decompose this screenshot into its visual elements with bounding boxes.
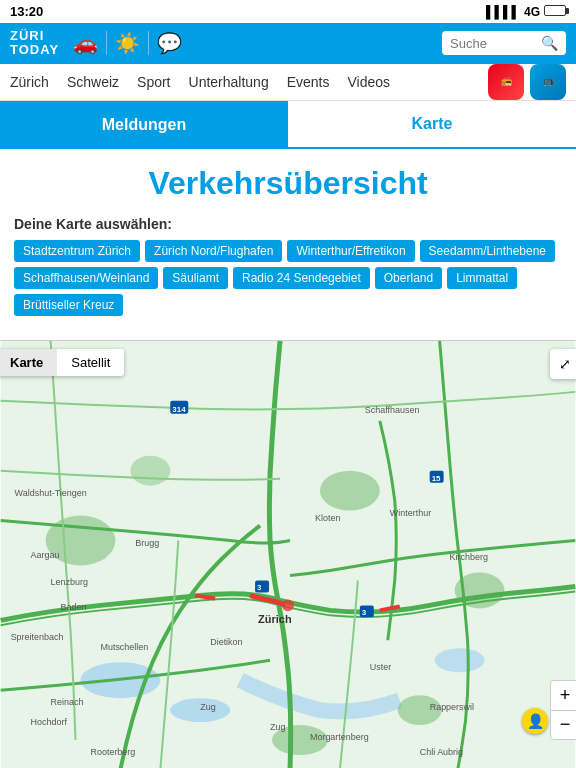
car-icon[interactable]: 🚗 xyxy=(73,31,98,55)
svg-text:3: 3 xyxy=(362,608,367,617)
filter-btn-9[interactable]: Brüttiseller Kreuz xyxy=(14,294,123,316)
logo-line1: ZÜRI xyxy=(10,29,59,43)
svg-point-3 xyxy=(435,648,485,672)
map-select-label: Deine Karte auswählen: xyxy=(14,216,562,232)
nav-item-schweiz[interactable]: Schweiz xyxy=(67,64,119,100)
svg-text:Dietikon: Dietikon xyxy=(210,637,242,647)
map-expand-button[interactable]: ⤢ xyxy=(550,349,576,379)
divider2 xyxy=(148,31,149,55)
status-icons: ▌▌▌▌ 4G xyxy=(486,5,566,19)
filter-btn-5[interactable]: Säuliamt xyxy=(163,267,228,289)
tab-karte[interactable]: Karte xyxy=(288,101,576,149)
svg-text:Rapperswil: Rapperswil xyxy=(430,702,474,712)
map-container[interactable]: Karte Satellit ⤢ xyxy=(0,340,576,768)
svg-text:Aargau: Aargau xyxy=(31,550,60,560)
time: 13:20 xyxy=(10,4,43,19)
svg-text:3: 3 xyxy=(257,583,262,592)
tab-bar: Meldungen Karte xyxy=(0,101,576,149)
svg-text:Reinach: Reinach xyxy=(51,697,84,707)
svg-text:Mutschellen: Mutschellen xyxy=(100,642,148,652)
map-type-satellit[interactable]: Satellit xyxy=(57,349,124,376)
filter-btn-1[interactable]: Zürich Nord/Flughafen xyxy=(145,240,282,262)
status-bar: 13:20 ▌▌▌▌ 4G xyxy=(0,0,576,23)
svg-text:15: 15 xyxy=(432,473,441,482)
filter-btn-0[interactable]: Stadtzentrum Zürich xyxy=(14,240,140,262)
svg-text:Zürich: Zürich xyxy=(258,613,292,625)
svg-text:314: 314 xyxy=(172,404,186,413)
svg-text:Lenzburg: Lenzburg xyxy=(51,577,88,587)
logo-line2: TODAY xyxy=(10,43,59,57)
svg-text:Kirchberg: Kirchberg xyxy=(450,552,488,562)
svg-text:Zug: Zug xyxy=(270,722,285,732)
battery-icon xyxy=(544,5,566,19)
svg-text:Uster: Uster xyxy=(370,662,391,672)
nav-item-unterhaltung[interactable]: Unterhaltung xyxy=(189,64,269,100)
nav-app-logos: 📻 📺 xyxy=(488,64,566,100)
filter-btn-2[interactable]: Winterthur/Effretikon xyxy=(287,240,414,262)
weather-icon[interactable]: ☀️ xyxy=(115,31,140,55)
search-input[interactable] xyxy=(450,36,535,51)
filter-btn-6[interactable]: Radio 24 Sendegebiet xyxy=(233,267,370,289)
zoom-in-button[interactable]: + xyxy=(550,680,576,710)
radio24-badge[interactable]: 📻 xyxy=(488,64,524,100)
filter-btn-3[interactable]: Seedamm/Linthebene xyxy=(420,240,555,262)
svg-text:Spreitenbach: Spreitenbach xyxy=(11,632,64,642)
divider1 xyxy=(106,31,107,55)
signal-icon: ▌▌▌▌ xyxy=(486,5,520,19)
nav-item-events[interactable]: Events xyxy=(287,64,330,100)
nav-item-zurich[interactable]: Zürich xyxy=(10,64,49,100)
radio24-icon: 📻 xyxy=(501,77,512,87)
whatsapp-icon[interactable]: 💬 xyxy=(157,31,182,55)
svg-text:Chli Aubrig: Chli Aubrig xyxy=(420,747,463,757)
svg-text:Brugg: Brugg xyxy=(135,537,159,547)
svg-point-10 xyxy=(282,599,294,611)
telezuri-icon: 📺 xyxy=(543,77,554,87)
filter-btn-4[interactable]: Schaffhausen/Weinland xyxy=(14,267,158,289)
svg-text:Baden: Baden xyxy=(61,602,87,612)
network-type: 4G xyxy=(524,5,540,19)
nav-item-videos[interactable]: Videos xyxy=(348,64,391,100)
filter-btn-7[interactable]: Oberland xyxy=(375,267,442,289)
map-svg: Zürich Winterthur Schaffhausen Aargau Ba… xyxy=(0,341,576,768)
filter-row: Stadtzentrum ZürichZürich Nord/Flughafen… xyxy=(14,240,562,316)
map-type-karte[interactable]: Karte xyxy=(0,349,57,376)
logo[interactable]: ZÜRI TODAY xyxy=(10,29,59,58)
svg-text:Waldshut-Tiengen: Waldshut-Tiengen xyxy=(15,487,87,497)
header-icons: 🚗 ☀️ 💬 xyxy=(73,31,182,55)
svg-text:Rooterberg: Rooterberg xyxy=(90,747,135,757)
svg-text:Zug: Zug xyxy=(200,702,215,712)
zoom-out-button[interactable]: − xyxy=(550,710,576,740)
nav-item-sport[interactable]: Sport xyxy=(137,64,170,100)
page-title: Verkehrsübersicht xyxy=(14,165,562,202)
map-type-bar: Karte Satellit xyxy=(0,349,124,376)
page-content: Verkehrsübersicht Deine Karte auswählen:… xyxy=(0,149,576,332)
svg-text:Winterthur: Winterthur xyxy=(390,507,431,517)
svg-point-5 xyxy=(320,470,380,510)
svg-text:Morgartenberg: Morgartenberg xyxy=(310,732,369,742)
nav-bar: Zürich Schweiz Sport Unterhaltung Events… xyxy=(0,64,576,101)
svg-text:Hochdorf: Hochdorf xyxy=(31,717,68,727)
svg-point-7 xyxy=(130,455,170,485)
telezuri-badge[interactable]: 📺 xyxy=(530,64,566,100)
tab-meldungen[interactable]: Meldungen xyxy=(0,101,288,149)
svg-text:Kloten: Kloten xyxy=(315,512,340,522)
map-person-icon: 👤 xyxy=(522,708,548,734)
filter-btn-8[interactable]: Limmattal xyxy=(447,267,517,289)
svg-text:Schaffhausen: Schaffhausen xyxy=(365,404,420,414)
search-icon: 🔍 xyxy=(541,35,558,51)
header: ZÜRI TODAY 🚗 ☀️ 💬 🔍 xyxy=(0,23,576,64)
map-zoom-controls: + − xyxy=(550,680,576,740)
search-box[interactable]: 🔍 xyxy=(442,31,566,55)
